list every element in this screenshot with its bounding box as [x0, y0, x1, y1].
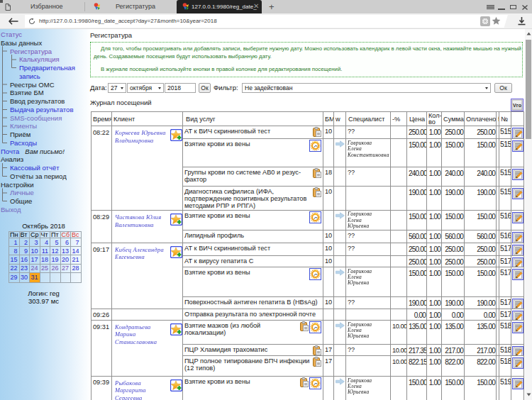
svg-text:Vгo: Vгo: [513, 103, 521, 108]
